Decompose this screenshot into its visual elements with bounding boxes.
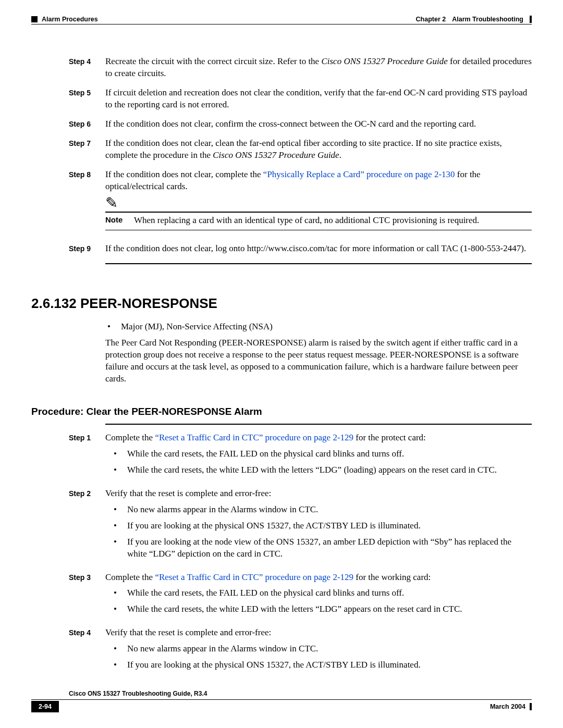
step-2: Step 2 Verify that the reset is complete…	[69, 488, 532, 564]
note-label: Note	[105, 215, 134, 227]
text: Complete the	[105, 433, 155, 442]
bullet-icon: •	[112, 520, 127, 532]
step-8: Step 8 If the condition does not clear, …	[69, 169, 532, 236]
step-1: Step 1 Complete the “Reset a Traffic Car…	[69, 432, 532, 480]
note-text: When replacing a card with an identical …	[134, 215, 532, 227]
sub-bullets: •No new alarms appear in the Alarms wind…	[105, 504, 532, 560]
bullet-text: No new alarms appear in the Alarms windo…	[127, 504, 318, 516]
footer-bottom-row: 2-94 March 2004	[31, 701, 532, 712]
step-label: Step 6	[69, 118, 105, 130]
text: for the protect card:	[353, 433, 426, 442]
bullet-icon: •	[112, 603, 127, 615]
bullet-text: If you are looking at the physical ONS 1…	[127, 659, 421, 671]
bullet-icon: •	[105, 321, 121, 333]
procedure-top-rule	[105, 424, 532, 425]
text: .	[339, 150, 341, 160]
bullet-text: If you are looking at the node view of t…	[127, 536, 532, 560]
step-label: Step 3	[69, 572, 105, 620]
running-footer: Cisco ONS 15327 Troubleshooting Guide, R…	[31, 690, 532, 712]
page: Alarm Procedures Chapter 2 Alarm Trouble…	[0, 0, 563, 728]
bullet-text: If you are looking at the physical ONS 1…	[127, 520, 421, 532]
note-top-rule	[105, 212, 532, 213]
step-body: If the condition does not clear, complet…	[105, 169, 532, 236]
step-3: Step 3 Complete the “Reset a Traffic Car…	[69, 572, 532, 620]
square-icon	[31, 16, 38, 22]
sub-bullets: •While the card resets, the FAIL LED on …	[105, 587, 532, 615]
cross-ref-link[interactable]: “Reset a Traffic Card in CTC” procedure …	[155, 433, 353, 442]
page-number: 2-94	[31, 701, 59, 712]
header-left: Alarm Procedures	[31, 16, 98, 23]
bullet-icon: •	[112, 448, 127, 460]
bullet-icon: •	[112, 504, 127, 516]
step-label: Step 9	[69, 243, 105, 255]
bullet-text: No new alarms appear in the Alarms windo…	[127, 643, 318, 655]
bullet-text: While the card resets, the FAIL LED on t…	[127, 448, 404, 460]
bullet-item: •No new alarms appear in the Alarms wind…	[112, 504, 532, 516]
header-section-label: Alarm Procedures	[42, 16, 98, 23]
bullet-text: While the card resets, the white LED wit…	[127, 603, 462, 615]
bullet-icon: •	[112, 464, 127, 476]
running-header: Alarm Procedures Chapter 2 Alarm Trouble…	[31, 16, 532, 23]
footer-date-text: March 2004	[490, 703, 525, 710]
bar-icon	[530, 703, 532, 710]
footer-doc-title: Cisco ONS 15327 Troubleshooting Guide, R…	[69, 690, 532, 697]
text: for the working card:	[353, 572, 431, 582]
step-7: Step 7 If the condition does not clear, …	[69, 138, 532, 162]
bullet-item: • Major (MJ), Non-Service Affecting (NSA…	[105, 321, 532, 333]
footer-date: March 2004	[490, 703, 532, 710]
pencil-icon: ✎	[105, 195, 532, 211]
sub-bullets: •No new alarms appear in the Alarms wind…	[105, 643, 532, 671]
step-body: If the condition does not clear, log ont…	[105, 243, 532, 255]
step-label: Step 5	[69, 87, 105, 111]
step-body: Complete the “Reset a Traffic Card in CT…	[105, 572, 532, 620]
bullet-icon: •	[112, 536, 127, 560]
text: Recreate the circuit with the correct ci…	[105, 56, 321, 66]
step-body: If the condition does not clear, clean t…	[105, 138, 532, 162]
italic-text: Cisco ONS 15327 Procedure Guide	[321, 56, 447, 66]
header-chapter-label: Chapter 2	[416, 16, 446, 23]
step-label: Step 2	[69, 488, 105, 564]
step-body: If circuit deletion and recreation does …	[105, 87, 532, 111]
step-body: Recreate the circuit with the correct ci…	[105, 56, 532, 80]
text: Verify that the reset is complete and er…	[105, 627, 271, 637]
bullet-item: •While the card resets, the white LED wi…	[112, 464, 532, 476]
text: Complete the	[105, 572, 155, 582]
step-4b: Step 4 Verify that the reset is complete…	[69, 627, 532, 675]
text: If the condition does not clear, complet…	[105, 169, 263, 179]
bullet-item: •If you are looking at the physical ONS …	[112, 520, 532, 532]
note-bottom-rule	[105, 230, 532, 230]
step-9: Step 9 If the condition does not clear, …	[69, 243, 532, 255]
step-body: Complete the “Reset a Traffic Card in CT…	[105, 432, 532, 480]
bar-icon	[530, 16, 532, 23]
bullet-item: •While the card resets, the FAIL LED on …	[112, 587, 532, 599]
italic-text: Cisco ONS 15327 Procedure Guide	[213, 150, 339, 160]
step-body: If the condition does not clear, confirm…	[105, 118, 532, 130]
bullet-item: •While the card resets, the white LED wi…	[112, 603, 532, 615]
bullet-item: •No new alarms appear in the Alarms wind…	[112, 643, 532, 655]
bullet-item: •If you are looking at the physical ONS …	[112, 659, 532, 671]
bullet-text: While the card resets, the white LED wit…	[127, 464, 497, 476]
cross-ref-link[interactable]: “Reset a Traffic Card in CTC” procedure …	[155, 572, 353, 582]
bullet-item: •While the card resets, the FAIL LED on …	[112, 448, 532, 460]
section-heading: 2.6.132 PEER-NORESPONSE	[31, 295, 532, 312]
step-label: Step 4	[69, 627, 105, 675]
cross-ref-link[interactable]: “Physically Replace a Card” procedure on…	[263, 169, 455, 179]
step-5: Step 5 If circuit deletion and recreatio…	[69, 87, 532, 111]
header-right: Chapter 2 Alarm Troubleshooting	[416, 16, 532, 23]
bullet-icon: •	[112, 587, 127, 599]
procedure-heading: Procedure: Clear the PEER-NORESPONSE Ala…	[31, 406, 532, 417]
step-body: Verify that the reset is complete and er…	[105, 627, 532, 675]
steps-block-b: Step 1 Complete the “Reset a Traffic Car…	[69, 432, 532, 675]
step-6: Step 6 If the condition does not clear, …	[69, 118, 532, 130]
section-paragraph: The Peer Card Not Responding (PEER-NORES…	[105, 337, 532, 385]
text: Verify that the reset is complete and er…	[105, 488, 271, 498]
section-end-rule	[105, 263, 532, 264]
step-body: Verify that the reset is complete and er…	[105, 488, 532, 564]
bullet-item: •If you are looking at the node view of …	[112, 536, 532, 560]
step-label: Step 7	[69, 138, 105, 162]
step-label: Step 8	[69, 169, 105, 236]
step-label: Step 1	[69, 432, 105, 480]
header-rule	[31, 24, 532, 24]
step-label: Step 4	[69, 56, 105, 80]
bullet-text: Major (MJ), Non-Service Affecting (NSA)	[121, 321, 273, 333]
